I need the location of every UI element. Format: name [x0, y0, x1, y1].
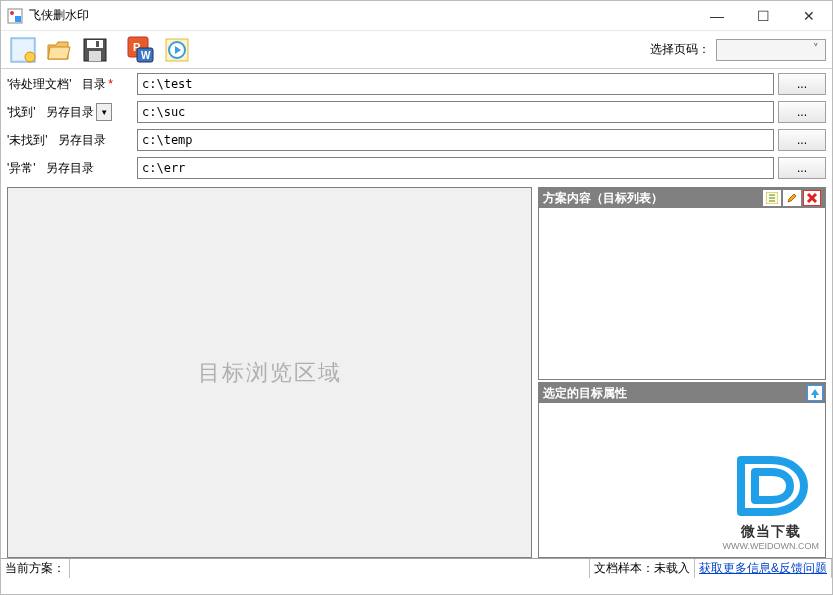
- delete-button[interactable]: [803, 190, 821, 206]
- new-button[interactable]: [7, 34, 39, 66]
- ppt-word-icon: PW: [127, 36, 155, 64]
- play-icon: [164, 37, 190, 63]
- status-plan-label: 当前方案：: [1, 559, 70, 578]
- target-list-panel: 方案内容（目标列表）: [538, 187, 826, 380]
- folder-open-icon: [46, 37, 72, 63]
- form-row-0: '待处理文档' 目录 *...: [7, 73, 826, 95]
- row-label-suffix: 另存目录: [46, 104, 94, 121]
- row-label-suffix: 另存目录: [46, 160, 94, 177]
- page-select-label: 选择页码：: [650, 41, 710, 58]
- row-label-suffix: 目录: [82, 76, 106, 93]
- status-plan-value: [70, 559, 590, 578]
- list-icon: [766, 192, 778, 204]
- directory-form: '待处理文档' 目录 *...'找到' 另存目录▼...'未找到' 另存目录..…: [1, 69, 832, 187]
- open-button[interactable]: [43, 34, 75, 66]
- browse-button-0[interactable]: ...: [778, 73, 826, 95]
- pencil-icon: [786, 192, 798, 204]
- svg-point-5: [25, 52, 35, 62]
- app-icon: [7, 8, 23, 24]
- directory-input-1[interactable]: [137, 101, 774, 123]
- preview-placeholder: 目标浏览区域: [198, 358, 342, 388]
- logo-title: 微当下载: [723, 523, 819, 541]
- target-list-body: [539, 208, 825, 379]
- statusbar: 当前方案： 文档样本： 未载入 获取更多信息&反馈问题: [1, 558, 832, 578]
- form-row-1: '找到' 另存目录▼...: [7, 101, 826, 123]
- svg-rect-8: [89, 51, 101, 61]
- status-sample: 文档样本： 未载入: [590, 559, 695, 578]
- toolbar: PW 选择页码：: [1, 31, 832, 69]
- row-label-suffix: 另存目录: [58, 132, 106, 149]
- minimize-button[interactable]: —: [694, 1, 740, 31]
- logo-url: WWW.WEIDOWN.COM: [723, 541, 819, 551]
- status-link-cell: 获取更多信息&反馈问题: [695, 559, 832, 578]
- directory-input-2[interactable]: [137, 129, 774, 151]
- titlebar: 飞侠删水印 — ☐ ✕: [1, 1, 832, 31]
- status-sample-label: 文档样本：: [594, 560, 654, 577]
- status-sample-value: 未载入: [654, 560, 690, 577]
- new-icon: [10, 37, 36, 63]
- browse-button-3[interactable]: ...: [778, 157, 826, 179]
- svg-rect-9: [96, 41, 99, 47]
- save-button[interactable]: [79, 34, 111, 66]
- form-row-3: '异常' 另存目录...: [7, 157, 826, 179]
- svg-rect-7: [87, 40, 103, 48]
- directory-input-0[interactable]: [137, 73, 774, 95]
- watermark-logo: 微当下载 WWW.WEIDOWN.COM: [723, 450, 819, 551]
- edit-button[interactable]: [783, 190, 801, 206]
- target-props-panel: 选定的目标属性 微当下载 WWW.WEIDOWN.COM: [538, 382, 826, 558]
- arrow-up-icon: [810, 388, 820, 398]
- row-label-quoted: '异常': [7, 160, 36, 177]
- target-props-title: 选定的目标属性: [543, 385, 821, 402]
- row-label-quoted: '未找到': [7, 132, 48, 149]
- save-icon: [82, 37, 108, 63]
- required-icon: *: [108, 77, 113, 91]
- collapse-button[interactable]: [807, 385, 823, 401]
- row-dropdown-button[interactable]: ▼: [96, 103, 112, 121]
- directory-input-3[interactable]: [137, 157, 774, 179]
- close-button[interactable]: ✕: [786, 1, 832, 31]
- maximize-button[interactable]: ☐: [740, 1, 786, 31]
- row-label-quoted: '待处理文档': [7, 76, 72, 93]
- powerpoint-word-button[interactable]: PW: [125, 34, 157, 66]
- row-label-quoted: '找到': [7, 104, 36, 121]
- delete-x-icon: [806, 192, 818, 204]
- browse-button-2[interactable]: ...: [778, 129, 826, 151]
- browse-button-1[interactable]: ...: [778, 101, 826, 123]
- svg-point-1: [10, 11, 14, 15]
- feedback-link[interactable]: 获取更多信息&反馈问题: [699, 560, 827, 577]
- list-button[interactable]: [763, 190, 781, 206]
- form-row-2: '未找到' 另存目录...: [7, 129, 826, 151]
- window-title: 飞侠删水印: [29, 7, 694, 24]
- run-button[interactable]: [161, 34, 193, 66]
- svg-rect-2: [15, 16, 21, 22]
- svg-text:W: W: [141, 50, 151, 61]
- target-props-body: 微当下载 WWW.WEIDOWN.COM: [539, 403, 825, 557]
- d-logo-icon: [726, 450, 816, 520]
- target-list-title: 方案内容（目标列表）: [543, 190, 761, 207]
- page-select[interactable]: [716, 39, 826, 61]
- preview-pane: 目标浏览区域: [7, 187, 532, 558]
